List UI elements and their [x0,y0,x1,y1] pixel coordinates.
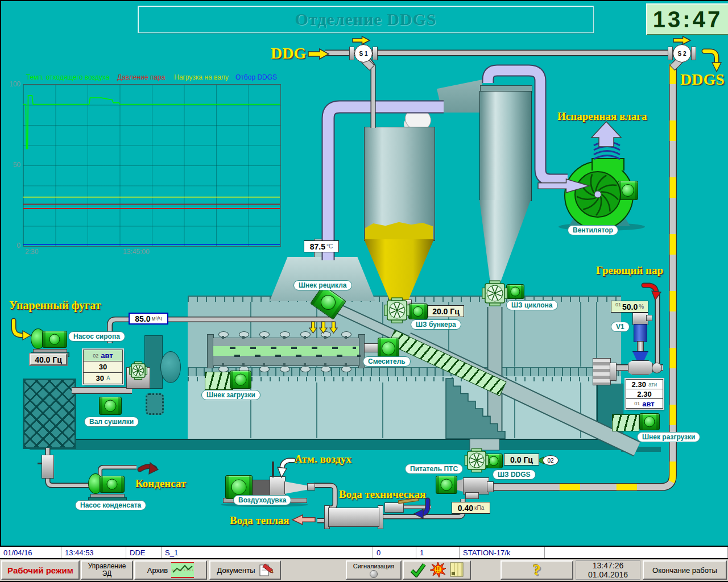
equipment-label-smesitel: Смеситель [363,356,411,367]
discharge-screw-motor[interactable] [639,413,660,430]
fan-motor-face [622,184,634,197]
dryer-shaft-motor[interactable] [99,397,122,415]
cyclone-cone [479,200,531,286]
value-hz-syrup-number: 40.0 Гц [35,355,62,364]
status-cell-3: S_1 [162,547,373,558]
heat-trellis [23,379,76,449]
documents-label: Документы [217,566,255,575]
exit-label: Окончание работы [652,566,717,575]
wall-seam [382,383,383,438]
value-v1-pct[interactable]: 0150.0% [611,301,648,313]
load-screw-spring [205,372,233,390]
shz-cyclone-motor[interactable] [506,284,524,299]
load-screw-motor-face [235,374,247,386]
dryer-end-support [597,384,623,440]
load-screw-motor[interactable] [230,371,251,389]
status-cell-4: 0 [373,547,416,558]
drum-cap-stem [263,336,265,339]
drum-dashes-top [215,347,356,349]
drum-cap-stem [222,363,224,366]
exit-button[interactable]: Окончание работы [643,560,727,580]
drum-cap-stem [283,363,286,366]
flow-arrow-right [308,49,329,59]
steam-pressure-panel[interactable]: 2.30ати 2.30 01авт [626,379,663,409]
motor-control-button[interactable]: УправлениеЭД [81,560,133,580]
value-hz-ddgs-number: 0.0 Гц [510,455,533,464]
equipment-label-val-sushilki: Вал сушилки [84,417,139,427]
cyclone-body[interactable] [479,91,532,201]
discharge-screw-motor-face [644,417,655,427]
flow-label-ddgs: DDGS [680,70,725,89]
diverter-s2[interactable]: S 2 [667,42,696,70]
svg-text:!!: !! [436,566,440,573]
flow-label-greyushchij: Греющий пар [596,264,663,277]
value-t-air[interactable]: 87.5°C [304,240,339,252]
shz-cyclone-motor-face [511,287,520,297]
drum-cap-stem [242,363,245,366]
bunker-cone [364,239,434,301]
clock: 13:47 [646,3,728,35]
equipment-label-v1: V1 [611,322,630,332]
drum-cap-stem [345,336,347,339]
feeder-motor-face [441,479,453,491]
dryer-drum[interactable] [213,338,359,366]
help-icon: ? [533,561,541,579]
diverter-s1[interactable]: S 1 [348,42,378,70]
motor-control-panel[interactable]: 02авт 30 30А [83,350,123,384]
blower-intake-rod [272,462,274,477]
fan-bellows-arc [594,142,620,146]
shz-bunker-motor[interactable] [408,304,428,319]
drum-cap-stem [283,336,286,339]
steam-mode: авт [642,400,654,408]
value-hz-syrup[interactable]: 40.0 Гц [30,354,67,365]
drum-cap [341,366,351,372]
value-hz-ddgs[interactable]: 0.0 Гц [504,454,539,465]
archive-label: Архив [147,566,168,575]
toolbar: Рабочий режим УправлениеЭД Архив Докумен… [0,559,728,582]
s2-down-arrow [704,51,721,72]
fan-motor[interactable] [618,181,638,200]
alarm-button[interactable]: Сигнализация [346,560,402,580]
feeder-motor[interactable] [436,476,457,494]
discharge-screw-spring [612,414,639,431]
water-valve[interactable] [384,502,404,513]
xtick-0: 2:30 [25,248,38,256]
steam-trap [42,455,54,479]
value-kpa[interactable]: 0.40кПа [452,502,490,514]
status-cell-1: 13:44:53 [61,547,126,558]
value-flow-syrup-number: 85.0 [135,314,150,323]
heat-exchanger[interactable] [328,508,379,527]
value-hz-bunker[interactable]: 20.0 Гц [428,305,464,317]
drum-cap-stem [263,363,265,366]
drum-cap [280,366,290,372]
legend-3: Отбор DDGS [235,73,277,81]
equipment-label-shz-ddgs: ШЗ DDGS [493,469,536,480]
ytick-1: 50 [5,161,20,169]
page-title-text: Отделение DDGS [295,10,436,29]
mode-button[interactable]: Рабочий режим [1,560,80,580]
status-bar: 01/04/1613:44:53DDES_101STATION-17/k [0,546,728,559]
trend-chart[interactable] [23,84,281,247]
v1-fitting [652,363,662,373]
steam-panel-row3: 01авт [626,399,663,408]
fugat-in-arrow [14,321,31,340]
fan-outlet [592,158,624,171]
wall-seam [596,302,597,367]
value-t-air-unit: °C [326,243,333,250]
toolbar-time: 13:47:26 [593,561,624,570]
archive-button[interactable]: Архив [134,560,207,580]
help-button[interactable]: ? [500,560,573,580]
ack-group-button[interactable]: !! [403,560,471,580]
syrup-pump[interactable] [31,326,68,356]
dryer-bearing-flange [610,363,617,381]
scada-screen: Отделение DDGS 13:47 Темп. отходящего во… [0,0,728,582]
drum-cap-stem [304,336,306,339]
condensate-pump[interactable] [88,471,126,501]
floor-beam [30,439,621,450]
status-cell-0: 01/04/16 [0,547,61,558]
shz-ddgs-motor[interactable] [485,454,503,468]
motor-panel-row2: 30А [84,373,122,384]
documents-button[interactable]: Документы [209,560,281,580]
value-flow-syrup[interactable]: 85.0м³/ч [129,313,168,325]
drum-cap-stem [242,336,245,339]
